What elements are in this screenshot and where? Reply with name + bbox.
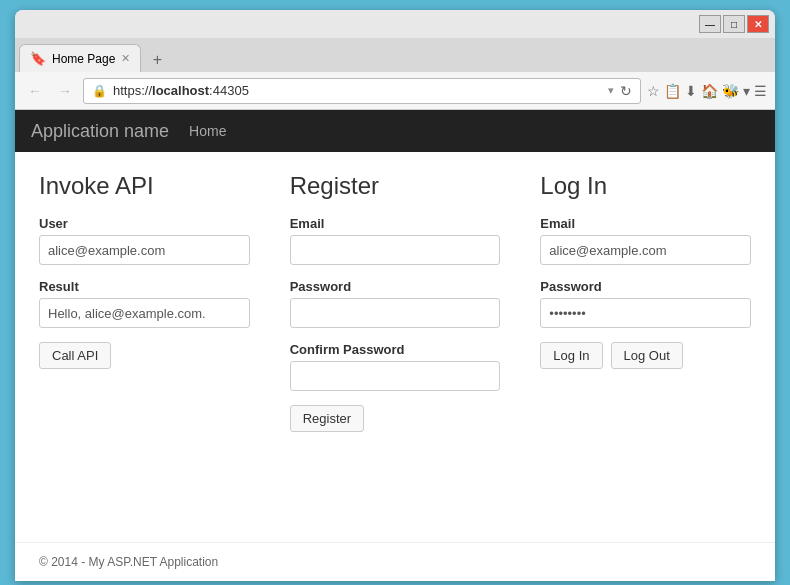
extension-dropdown-icon[interactable]: ▾: [743, 83, 750, 99]
minimize-button[interactable]: —: [699, 15, 721, 33]
columns: Invoke API User Result Hello, alice@exam…: [39, 172, 751, 432]
address-scheme: https://: [113, 83, 152, 98]
active-tab[interactable]: 🔖 Home Page ✕: [19, 44, 141, 72]
confirm-password-label: Confirm Password: [290, 342, 501, 357]
register-password-input[interactable]: [290, 298, 501, 328]
home-icon[interactable]: 🏠: [701, 83, 718, 99]
register-column: Register Email Password Confirm Password…: [290, 172, 501, 432]
login-email-label: Email: [540, 216, 751, 231]
tab-title: Home Page: [52, 52, 115, 66]
browser-window: — □ ✕ 🔖 Home Page ✕ + ← → 🔒 https://loca…: [15, 10, 775, 581]
register-email-group: Email: [290, 216, 501, 265]
footer: © 2014 - My ASP.NET Application: [15, 542, 775, 581]
tab-bar: 🔖 Home Page ✕ +: [15, 38, 775, 72]
lock-icon: 🔒: [92, 84, 107, 98]
invoke-api-column: Invoke API User Result Hello, alice@exam…: [39, 172, 250, 432]
extension-icon[interactable]: 🐝: [722, 83, 739, 99]
result-label: Result: [39, 279, 250, 294]
user-form-group: User: [39, 216, 250, 265]
app-name: Application name: [31, 121, 169, 142]
login-column: Log In Email Password Log In Log Out: [540, 172, 751, 432]
dropdown-icon: ▾: [608, 84, 614, 97]
address-port: :44305: [209, 83, 249, 98]
user-input[interactable]: [39, 235, 250, 265]
user-label: User: [39, 216, 250, 231]
address-bar: ← → 🔒 https://localhost:44305 ▾ ↻ ☆ 📋 ⬇ …: [15, 72, 775, 110]
login-button[interactable]: Log In: [540, 342, 602, 369]
result-form-group: Result Hello, alice@example.com.: [39, 279, 250, 328]
login-password-group: Password: [540, 279, 751, 328]
register-password-label: Password: [290, 279, 501, 294]
address-host: localhost: [152, 83, 209, 98]
result-box: Hello, alice@example.com.: [39, 298, 250, 328]
address-actions: ☆ 📋 ⬇ 🏠 🐝 ▾ ☰: [647, 83, 767, 99]
register-button[interactable]: Register: [290, 405, 364, 432]
forward-button[interactable]: →: [53, 79, 77, 103]
nav-home-link[interactable]: Home: [189, 123, 226, 139]
login-title: Log In: [540, 172, 751, 200]
login-email-group: Email: [540, 216, 751, 265]
register-password-group: Password: [290, 279, 501, 328]
download-icon[interactable]: ⬇: [685, 83, 697, 99]
address-text: https://localhost:44305: [113, 83, 249, 98]
register-email-input[interactable]: [290, 235, 501, 265]
call-api-button[interactable]: Call API: [39, 342, 111, 369]
tab-close-icon[interactable]: ✕: [121, 52, 130, 65]
maximize-button[interactable]: □: [723, 15, 745, 33]
close-button[interactable]: ✕: [747, 15, 769, 33]
logout-button[interactable]: Log Out: [611, 342, 683, 369]
login-email-input[interactable]: [540, 235, 751, 265]
app-navbar: Application name Home: [15, 110, 775, 152]
tab-icon: 🔖: [30, 51, 46, 66]
back-button[interactable]: ←: [23, 79, 47, 103]
footer-text: © 2014 - My ASP.NET Application: [39, 555, 218, 569]
refresh-icon[interactable]: ↻: [620, 83, 632, 99]
title-bar: — □ ✕: [15, 10, 775, 38]
confirm-password-input[interactable]: [290, 361, 501, 391]
menu-icon[interactable]: ☰: [754, 83, 767, 99]
register-title: Register: [290, 172, 501, 200]
clipboard-icon[interactable]: 📋: [664, 83, 681, 99]
login-btn-group: Log In Log Out: [540, 342, 751, 369]
register-email-label: Email: [290, 216, 501, 231]
login-password-input[interactable]: [540, 298, 751, 328]
new-tab-button[interactable]: +: [145, 48, 169, 72]
star-icon[interactable]: ☆: [647, 83, 660, 99]
login-password-label: Password: [540, 279, 751, 294]
title-bar-controls: — □ ✕: [699, 15, 769, 33]
invoke-api-title: Invoke API: [39, 172, 250, 200]
main-content: Invoke API User Result Hello, alice@exam…: [15, 152, 775, 542]
confirm-password-group: Confirm Password: [290, 342, 501, 391]
address-input[interactable]: 🔒 https://localhost:44305 ▾ ↻: [83, 78, 641, 104]
